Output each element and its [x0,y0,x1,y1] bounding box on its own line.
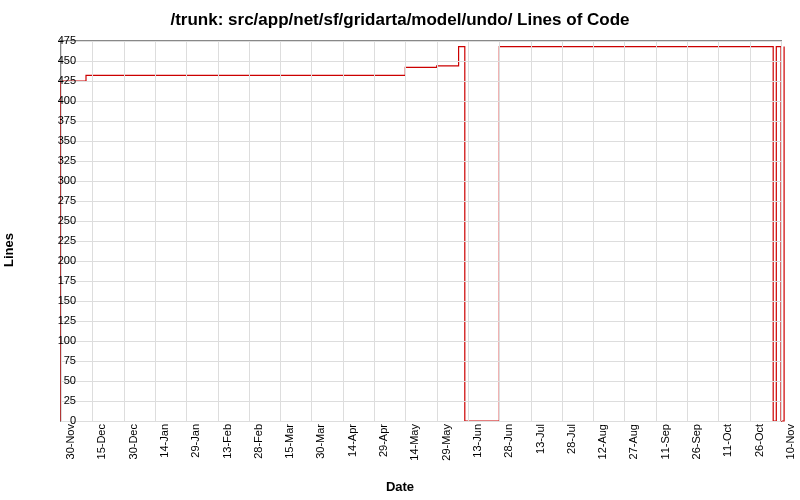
gridline-h [61,221,781,222]
gridline-v [218,41,219,421]
x-tick-label: 30-Mar [314,424,326,459]
x-tick-label: 30-Nov [64,424,76,459]
gridline-h [61,301,781,302]
gridline-v [718,41,719,421]
gridline-v [249,41,250,421]
x-tick-label: 30-Dec [127,424,139,459]
x-tick-label: 28-Jun [502,424,514,458]
y-tick-label: 125 [46,314,76,326]
gridline-h [61,81,781,82]
y-tick-label: 350 [46,134,76,146]
x-axis-label: Date [0,479,800,494]
gridline-v [499,41,500,421]
y-tick-label: 175 [46,274,76,286]
y-tick-label: 50 [46,374,76,386]
chart-title: /trunk: src/app/net/sf/gridarta/model/un… [0,10,800,30]
gridline-v [468,41,469,421]
gridline-v [750,41,751,421]
x-tick-label: 13-Feb [221,424,233,459]
x-tick-label: 26-Sep [690,424,702,459]
gridline-v [374,41,375,421]
gridline-h [61,181,781,182]
y-tick-label: 450 [46,54,76,66]
gridline-v [562,41,563,421]
gridline-v [155,41,156,421]
x-tick-label: 13-Jun [471,424,483,458]
y-tick-label: 25 [46,394,76,406]
x-tick-label: 14-May [408,424,420,461]
gridline-h [61,101,781,102]
gridline-h [61,281,781,282]
y-tick-label: 400 [46,94,76,106]
y-tick-label: 275 [46,194,76,206]
x-tick-label: 29-Apr [377,424,389,457]
y-tick-label: 325 [46,154,76,166]
x-tick-label: 13-Jul [534,424,546,454]
gridline-h [61,141,781,142]
gridline-h [61,121,781,122]
x-tick-label: 27-Aug [627,424,639,459]
gridline-h [61,421,781,422]
y-tick-label: 100 [46,334,76,346]
y-tick-label: 425 [46,74,76,86]
y-tick-label: 475 [46,34,76,46]
x-tick-label: 28-Jul [565,424,577,454]
gridline-h [61,341,781,342]
gridline-v [186,41,187,421]
gridline-h [61,201,781,202]
gridline-h [61,261,781,262]
gridline-v [311,41,312,421]
x-tick-label: 14-Apr [346,424,358,457]
plot-area [60,40,782,422]
x-tick-label: 14-Jan [158,424,170,458]
x-tick-label: 10-Nov [784,424,796,459]
x-tick-label: 29-Jan [189,424,201,458]
x-tick-label: 11-Sep [659,424,671,459]
data-line [61,41,781,421]
gridline-h [61,241,781,242]
gridline-v [92,41,93,421]
x-tick-label: 12-Aug [596,424,608,459]
gridline-v [624,41,625,421]
y-tick-label: 250 [46,214,76,226]
y-tick-label: 375 [46,114,76,126]
gridline-v [687,41,688,421]
y-tick-label: 200 [46,254,76,266]
x-tick-label: 29-May [440,424,452,461]
gridline-v [343,41,344,421]
gridline-h [61,161,781,162]
y-tick-label: 150 [46,294,76,306]
gridline-h [61,321,781,322]
y-axis-label: Lines [1,233,16,267]
gridline-h [61,41,781,42]
gridline-h [61,401,781,402]
gridline-v [124,41,125,421]
gridline-h [61,361,781,362]
gridline-v [405,41,406,421]
gridline-v [437,41,438,421]
gridline-h [61,381,781,382]
gridline-h [61,61,781,62]
gridline-v [656,41,657,421]
x-tick-label: 15-Dec [95,424,107,459]
loc-chart: /trunk: src/app/net/sf/gridarta/model/un… [0,0,800,500]
x-tick-label: 11-Oct [721,424,733,457]
gridline-v [531,41,532,421]
x-tick-label: 28-Feb [252,424,264,459]
gridline-v [280,41,281,421]
x-tick-label: 26-Oct [753,424,765,457]
x-tick-label: 15-Mar [283,424,295,459]
y-tick-label: 300 [46,174,76,186]
y-tick-label: 225 [46,234,76,246]
gridline-v [593,41,594,421]
gridline-v [781,41,782,421]
y-tick-label: 75 [46,354,76,366]
